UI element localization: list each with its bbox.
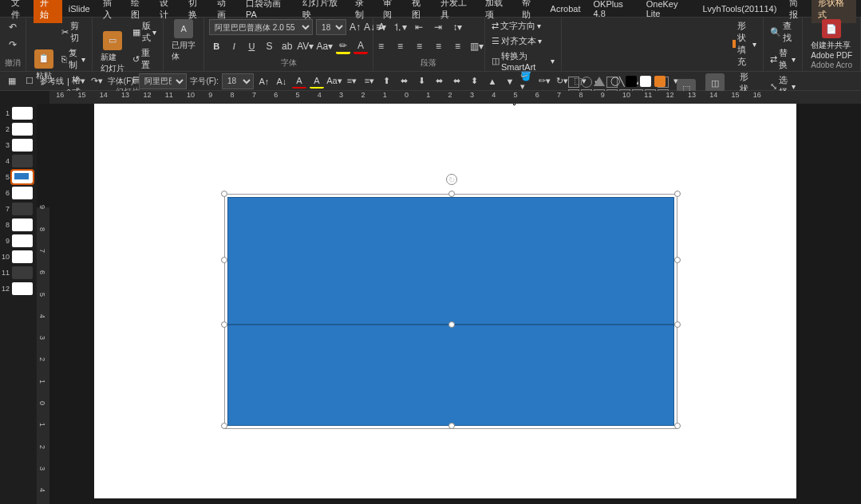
- more-swatches-button[interactable]: ▾: [669, 74, 683, 89]
- menu-item-16[interactable]: Acrobat: [544, 2, 587, 16]
- font-name-combo[interactable]: 阿里巴巴普惠体 2.0 55 Reg: [209, 19, 313, 35]
- canvas[interactable]: ↻: [37, 104, 861, 504]
- horizontal-ruler[interactable]: 1615141312111098765432101234567891011121…: [49, 91, 861, 104]
- handle-c[interactable]: [448, 321, 455, 328]
- slide[interactable]: ↻: [94, 104, 796, 498]
- handle-s[interactable]: [448, 423, 455, 429]
- rotate-handle[interactable]: ↻: [446, 174, 457, 185]
- columns-button[interactable]: ▥▾: [468, 38, 484, 54]
- slide-thumb-10[interactable]: 10: [2, 250, 35, 263]
- align-bottom-button[interactable]: ⬇: [415, 74, 429, 89]
- case2-button[interactable]: Aa▾: [327, 74, 342, 89]
- redo-button[interactable]: ↷: [5, 37, 21, 53]
- outdent-button[interactable]: ⇤: [411, 19, 427, 35]
- font-grow2-button[interactable]: A↑: [257, 74, 271, 89]
- italic-button[interactable]: I: [227, 38, 241, 54]
- rotate-button[interactable]: ↻▾: [555, 74, 570, 89]
- replace-button[interactable]: ⇄替换 ▾: [768, 46, 797, 72]
- strike-button[interactable]: S: [262, 38, 276, 54]
- slide-thumbnails-panel[interactable]: 123456789101112: [0, 104, 37, 504]
- send-back-button[interactable]: ▼: [503, 74, 517, 89]
- handle-e2[interactable]: [674, 321, 681, 328]
- spacing-button[interactable]: AV▾: [298, 38, 314, 54]
- convert-smartart-button[interactable]: ◫转换为 SmartArt ▾: [490, 49, 557, 73]
- menu-item-2[interactable]: iSlide: [62, 2, 97, 16]
- new-slide-button[interactable]: ▭ 新建 幻灯片: [97, 31, 128, 74]
- distribute-h-button[interactable]: ⬌: [450, 74, 464, 89]
- slide-thumb-4[interactable]: 4: [2, 155, 35, 167]
- group-button[interactable]: ⬚▾: [573, 74, 587, 89]
- handle-n[interactable]: [448, 191, 455, 197]
- font-grow-button[interactable]: A↑: [350, 19, 361, 35]
- alignh-button[interactable]: ⬌: [432, 74, 447, 89]
- handle-ne[interactable]: [674, 191, 681, 197]
- swatch-white[interactable]: [640, 76, 651, 87]
- slide-thumb-9[interactable]: 9: [2, 234, 35, 247]
- create-pdf-button[interactable]: 📄 创建并共享 Adobe PDF: [808, 19, 855, 60]
- align-middle-button[interactable]: ⬌: [397, 74, 412, 89]
- shadow-button[interactable]: ab: [280, 38, 294, 54]
- shape-fill-button[interactable]: 形状填充 ▾: [731, 19, 758, 69]
- group-text-options: ⇄文字方向 ▾ ☰对齐文本 ▾ ◫转换为 SmartArt ▾: [485, 18, 563, 71]
- handle-w[interactable]: [221, 257, 227, 263]
- merge-shapes-button[interactable]: ◯: [608, 74, 622, 89]
- bullets2-button[interactable]: ≡▾: [362, 74, 377, 89]
- grid-settings-button[interactable]: ▦: [5, 74, 19, 89]
- align-menu-button[interactable]: ≡▾: [345, 74, 359, 89]
- font-color-button[interactable]: A: [353, 38, 368, 54]
- handle-sw[interactable]: [221, 423, 227, 429]
- slide-thumb-12[interactable]: 12: [2, 282, 35, 295]
- secondary-size-combo[interactable]: 18: [222, 73, 254, 89]
- shape-fill2-button[interactable]: 🪣▾: [520, 74, 535, 89]
- slide-thumb-1[interactable]: 1: [2, 107, 35, 120]
- bold-button[interactable]: B: [209, 38, 223, 54]
- handle-nw[interactable]: [221, 191, 227, 197]
- swatch-black[interactable]: [626, 76, 637, 87]
- case-button[interactable]: Aa▾: [317, 38, 333, 54]
- undo-button[interactable]: ↶: [5, 19, 21, 35]
- indent-button[interactable]: ⇥: [430, 19, 446, 35]
- slide-thumb-8[interactable]: 8: [2, 219, 35, 231]
- menu-item-19[interactable]: LvyhTools(201114): [696, 2, 783, 16]
- handle-se[interactable]: [674, 423, 681, 429]
- numbering-button[interactable]: ⒈▾: [392, 19, 408, 35]
- distribute-v-button[interactable]: ⬍: [468, 74, 482, 89]
- distribute-button[interactable]: ≡: [449, 38, 465, 54]
- font-size-combo[interactable]: 18: [316, 19, 346, 35]
- used-fonts-button[interactable]: A 已用字 体: [168, 19, 199, 62]
- guides-toggle[interactable]: ☐: [22, 74, 37, 89]
- align-text-button[interactable]: ☰对齐文本 ▾: [490, 34, 557, 48]
- find-button[interactable]: 🔍查找: [768, 19, 797, 45]
- align-left-button[interactable]: ≡: [373, 38, 389, 54]
- cut-button[interactable]: ✂剪切: [60, 19, 87, 45]
- undo2-button[interactable]: ↶▾: [73, 74, 87, 89]
- underline-button[interactable]: U: [244, 38, 259, 54]
- slide-thumb-7[interactable]: 7: [2, 203, 35, 215]
- slide-thumb-11[interactable]: 11: [2, 266, 35, 279]
- text-direction-button[interactable]: ⇄文字方向 ▾: [490, 19, 557, 33]
- slide-thumb-5[interactable]: 5: [2, 171, 35, 183]
- slide-thumb-2[interactable]: 2: [2, 123, 35, 136]
- layout-button[interactable]: ▦版式 ▾: [131, 19, 158, 45]
- line-spacing-button[interactable]: ↕▾: [449, 19, 465, 35]
- handle-w2[interactable]: [221, 321, 227, 328]
- handle-e[interactable]: [674, 257, 681, 263]
- fontcolor2-button[interactable]: A: [292, 74, 306, 89]
- shape-outline2-button[interactable]: ✏▾: [538, 74, 552, 89]
- font-shrink2-button[interactable]: A↓: [274, 74, 289, 89]
- align-right-button[interactable]: ≡: [411, 38, 427, 54]
- bring-front-button[interactable]: ▲: [485, 74, 500, 89]
- copy-button[interactable]: ⎘复制 ▾: [60, 46, 87, 72]
- bullets-button[interactable]: ≡▾: [373, 19, 389, 35]
- align-center-button[interactable]: ≡: [392, 38, 408, 54]
- reset-button[interactable]: ↺重置: [131, 46, 158, 72]
- highlight-button[interactable]: ✏: [336, 38, 350, 54]
- redo2-button[interactable]: ↷▾: [90, 74, 105, 89]
- highlight2-button[interactable]: A: [310, 74, 324, 89]
- swatch-orange[interactable]: [654, 76, 665, 87]
- slide-thumb-6[interactable]: 6: [2, 187, 35, 199]
- justify-button[interactable]: ≡: [430, 38, 446, 54]
- secondary-font-combo[interactable]: 阿里巴巴: [139, 73, 187, 89]
- slide-thumb-3[interactable]: 3: [2, 139, 35, 152]
- align-top-button[interactable]: ⬆: [380, 74, 394, 89]
